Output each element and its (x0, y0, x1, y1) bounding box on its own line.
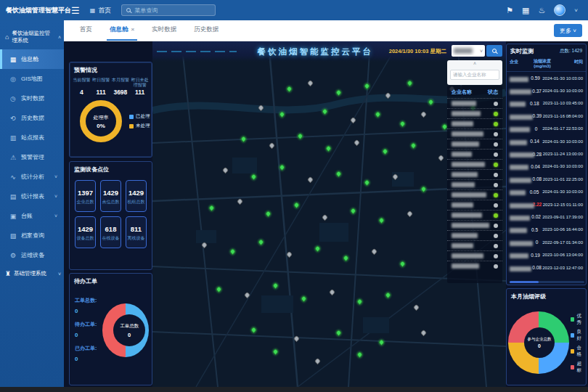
list-item[interactable] (447, 261, 502, 271)
list-item[interactable] (447, 240, 502, 250)
sidebar-item-预警管理[interactable]: ⚠预警管理 (0, 147, 64, 167)
close-icon[interactable]: × (131, 26, 135, 33)
sidebar-item-站点报表[interactable]: ▥站点报表 (0, 128, 64, 147)
list-item[interactable] (447, 128, 502, 139)
history-icon: ⟲ (9, 115, 17, 122)
nav-home-label: 首页 (98, 6, 111, 15)
sidebar-item-历史数据[interactable]: ⟲历史数据 (0, 108, 64, 128)
redacted-text (510, 140, 527, 145)
device-stat-box[interactable]: 618在线设备 (100, 216, 121, 248)
col-concentration: 油烟浓度 (mg/m3) (531, 59, 553, 69)
redacted-text (452, 111, 481, 116)
company-cell-redacted (510, 236, 531, 249)
tab-首页[interactable]: 首页 (71, 25, 101, 41)
list-item[interactable] (447, 179, 502, 189)
sidebar-item-运维设备[interactable]: ⚙运维设备 (0, 245, 64, 265)
warning-stat: 昨日未处理报警111 (130, 78, 150, 96)
table-row[interactable]: 0.182023-11-10 03:45:00 (507, 97, 586, 110)
table-row[interactable]: 0.082023-12-03 12:47:00 (507, 261, 586, 274)
list-item[interactable] (447, 159, 502, 169)
device-stat-box[interactable]: 1429点位总数 (100, 180, 121, 212)
nav-home[interactable]: ▦ 首页 (90, 6, 112, 15)
building-icon: ♜ (5, 270, 11, 277)
chevron-down-icon: ˅ (54, 174, 57, 179)
list-item[interactable] (447, 189, 502, 200)
table-row[interactable]: 0.282023-11-24 13:00:00 (507, 147, 586, 160)
map-canvas[interactable]: 餐饮油烟智能监控云平台 2024/1/30 10:03 星期二 ˅ ˄ (152, 41, 506, 387)
workorder-stat-value: 0 (75, 308, 101, 314)
list-item[interactable] (447, 149, 502, 159)
list-item[interactable] (447, 98, 502, 108)
company-search-input[interactable] (450, 70, 499, 80)
device-stat-box[interactable]: 1429机组总数 (126, 180, 147, 212)
legend-swatch (129, 124, 134, 128)
company-cell-redacted (510, 97, 526, 110)
table-row[interactable]: 02022-09-17 01:34:00 (507, 236, 586, 248)
sidebar-item-台账[interactable]: ▣台账˅ (0, 206, 64, 226)
warning-stat-value: 111 (130, 89, 150, 96)
map-search-button[interactable] (486, 45, 502, 57)
apps-icon[interactable]: ▦ (522, 6, 529, 15)
list-item[interactable] (447, 220, 502, 230)
table-row[interactable]: 0.022023-09-01 17:39:00 (507, 211, 586, 223)
avatar[interactable] (554, 4, 565, 16)
table-row[interactable]: 0.052024-01-30 10:03:00 (507, 186, 586, 198)
sidebar-item-实时数据[interactable]: ◷实时数据 (0, 89, 64, 108)
device-stat-box[interactable]: 811离线设备 (126, 216, 147, 248)
table-row[interactable]: 0.082023-11-01 22:25:00 (507, 173, 586, 185)
redacted-text (452, 203, 473, 208)
legend-item: 良好 (571, 329, 586, 342)
device-stat-box[interactable]: 1397企业总数 (75, 180, 96, 212)
list-item[interactable] (447, 250, 502, 261)
sidebar-item-label: 档案查询 (21, 232, 44, 240)
list-item[interactable] (447, 169, 502, 179)
list-item[interactable] (447, 230, 502, 240)
sidebar-group-monitoring[interactable]: ⌂ 餐饮油烟监控管理系统 ˄ (0, 25, 64, 49)
notification-icon[interactable]: ♨ (538, 6, 545, 15)
table-row[interactable]: 0.042024-01-30 10:03:00 (507, 160, 586, 173)
concentration-cell: 0 (530, 126, 542, 131)
list-item[interactable] (447, 108, 502, 118)
warning-stat-value: 3698 (111, 89, 131, 96)
table-row[interactable]: 0.592024-01-30 10:03:00 (507, 72, 586, 84)
table-row[interactable]: 02024-01-17 22:53:00 (507, 123, 586, 135)
sidebar-item-统计分析[interactable]: ∿统计分析˅ (0, 167, 64, 187)
redacted-text (510, 203, 534, 208)
more-button[interactable]: 更多 ˅ (554, 24, 582, 37)
table-row[interactable]: 0.142024-01-30 10:03:00 (507, 135, 586, 147)
chevron-down-icon[interactable]: ˅ (574, 7, 578, 14)
theme-icon[interactable]: ⚑ (506, 6, 513, 15)
table-row[interactable]: 2.222023-12-15 01:11:00 (507, 198, 586, 211)
menu-search[interactable] (121, 4, 216, 16)
list-item[interactable] (447, 200, 502, 210)
list-item[interactable] (447, 118, 502, 128)
tab-实时数据[interactable]: 实时数据 (143, 25, 185, 41)
list-item[interactable] (447, 139, 502, 149)
redacted-text (510, 152, 534, 158)
tab-信息舱[interactable]: 信息舱× (101, 25, 143, 41)
sidebar-item-GIS地图[interactable]: ◎GIS地图 (0, 69, 64, 89)
horizontal-scrollbar[interactable] (510, 281, 584, 283)
menu-search-input[interactable] (134, 7, 207, 14)
hamburger-menu-icon[interactable]: ☰ (71, 5, 80, 16)
donut-center-label: 工单总数 (120, 323, 139, 330)
time-cell: 2024-01-30 10:03:00 (542, 76, 583, 81)
device-stat-box[interactable]: 1429设备总数 (75, 216, 96, 248)
sidebar-group-base[interactable]: ♜ 基础管理系统 ˅ (0, 265, 64, 282)
collapse-chevron-icon[interactable]: ˄ (450, 61, 499, 66)
table-row[interactable]: 0.52023-10-06 16:44:00 (507, 224, 586, 236)
list-item[interactable] (447, 210, 502, 220)
sidebar-item-档案查询[interactable]: ▧档案查询 (0, 226, 64, 245)
table-row[interactable]: 0.192023-10-06 13:04:00 (507, 248, 586, 261)
donut-value: 0% (97, 123, 105, 129)
tab-历史数据[interactable]: 历史数据 (185, 25, 227, 41)
legend-label: 未处理 (136, 123, 150, 129)
donut-label: 处理率 (94, 114, 109, 121)
legend-swatch (571, 333, 575, 338)
sidebar-item-信息舱[interactable]: ▦信息舱 (0, 49, 64, 69)
table-row[interactable]: 0.392023-11-16 08:04:00 (507, 110, 586, 122)
sidebar-item-统计报表[interactable]: ▤统计报表˅ (0, 187, 64, 206)
table-row[interactable]: 0.372024-01-30 10:03:00 (507, 84, 586, 97)
company-select-dropdown[interactable]: ˅ (452, 45, 485, 57)
concentration-cell: 0.08 (531, 265, 542, 270)
